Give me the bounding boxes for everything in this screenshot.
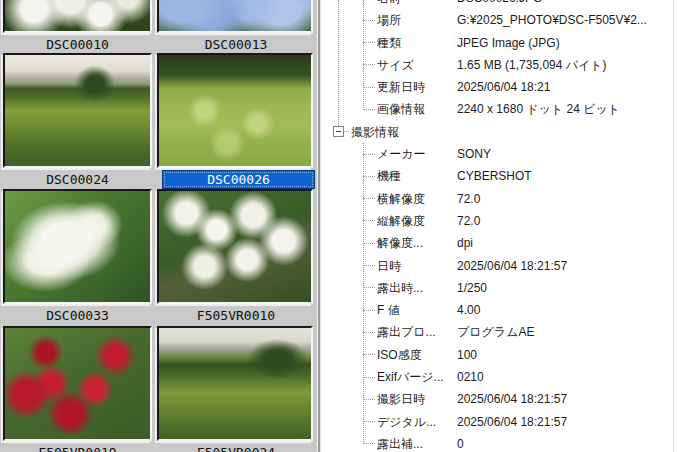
thumbnail-label: F505VR0024	[155, 443, 317, 452]
property-label: 縦解像度	[377, 210, 456, 232]
photo-frame	[157, 0, 313, 33]
photo-thumbnail	[159, 191, 311, 302]
property-row[interactable]: 露出補... 0	[321, 433, 678, 452]
property-label: 場所	[377, 9, 456, 31]
property-label: 画像情報	[377, 98, 456, 120]
property-row[interactable]: サイズ 1.65 MB (1,735,094 バイト)	[321, 54, 678, 76]
tree-connector	[363, 220, 375, 221]
property-row[interactable]: 画像情報 2240 x 1680 ドット 24 ビット	[321, 98, 678, 120]
property-row[interactable]: ISO感度 100	[321, 344, 678, 366]
property-row[interactable]: 露出プロ... プログラムAE	[321, 321, 678, 343]
collapse-minus-icon[interactable]	[333, 126, 344, 137]
property-value: 2025/06/04 18:21:57	[457, 411, 567, 433]
property-value: DSC00026.JPG	[457, 0, 542, 9]
property-row[interactable]: デジタル... 2025/06/04 18:21:57	[321, 411, 678, 433]
property-value: 2025/06/04 18:21:57	[457, 255, 567, 277]
photo-frame	[3, 326, 152, 441]
property-label: サイズ	[377, 54, 456, 76]
property-value: CYBERSHOT	[457, 165, 532, 187]
thumbnail-label: F505VR0010	[155, 306, 317, 325]
property-value: 72.0	[457, 210, 480, 232]
photo-thumbnail	[159, 328, 311, 439]
thumbnail-label: DSC00013	[155, 35, 317, 54]
tree-connector	[363, 176, 375, 177]
tree-connector	[363, 265, 375, 266]
tree-connector	[363, 198, 375, 199]
property-label: 名前	[377, 0, 456, 9]
photo-frame	[3, 0, 152, 33]
property-row[interactable]: 日時 2025/06/04 18:21:57	[321, 255, 678, 277]
property-label: 解像度...	[377, 232, 456, 254]
property-label: ISO感度	[377, 344, 456, 366]
tree-connector	[363, 377, 375, 378]
property-label: デジタル...	[377, 411, 456, 433]
thumbnail-label: DSC00010	[0, 35, 155, 54]
photo-thumbnail	[159, 55, 311, 166]
property-value: 2025/06/04 18:21	[457, 76, 550, 98]
tree-connector	[363, 87, 375, 88]
photo-frame	[3, 53, 152, 168]
section-header-label: 撮影情報	[351, 121, 399, 143]
photo-thumbnail	[5, 328, 150, 439]
photo-thumbnail	[159, 0, 311, 31]
tree-connector	[363, 332, 375, 333]
tree-connector	[363, 287, 375, 288]
property-row[interactable]: 種類 JPEG Image (JPG)	[321, 32, 678, 54]
property-label: 更新日時	[377, 76, 456, 98]
property-row[interactable]: 縦解像度 72.0	[321, 210, 678, 232]
property-row[interactable]: メーカー SONY	[321, 143, 678, 165]
properties-tree-panel[interactable]: 名前 DSC00026.JPG 場所 G:¥2025_PHOTO¥DSC-F50…	[321, 0, 678, 452]
property-row[interactable]: Exifバージ... 0210	[321, 366, 678, 388]
tree-connector	[363, 399, 375, 400]
property-value: 100	[457, 344, 477, 366]
tree-connector	[363, 109, 375, 110]
property-label: F 値	[377, 299, 456, 321]
property-row[interactable]: 名前 DSC00026.JPG	[321, 0, 678, 9]
property-label: メーカー	[377, 143, 456, 165]
photo-frame	[3, 189, 152, 304]
property-value: dpi	[457, 232, 473, 254]
tree-connector	[344, 131, 349, 132]
tree-connector	[363, 443, 375, 444]
photo-frame	[157, 189, 313, 304]
property-label: 日時	[377, 255, 456, 277]
property-value: G:¥2025_PHOTO¥DSC-F505V¥2...	[457, 9, 647, 31]
tree-connector	[363, 42, 375, 43]
property-value: 0210	[457, 366, 484, 388]
tree-connector	[363, 64, 375, 65]
tree-connector	[363, 421, 375, 422]
property-row[interactable]: 場所 G:¥2025_PHOTO¥DSC-F505V¥2...	[321, 9, 678, 31]
minus-glyph	[336, 131, 341, 132]
property-row[interactable]: 解像度... dpi	[321, 232, 678, 254]
tree-connector	[363, 310, 375, 311]
thumbnail-label: DSC00024	[0, 170, 155, 189]
exif-section-header-row[interactable]: 撮影情報	[321, 121, 678, 143]
property-row[interactable]: 横解像度 72.0	[321, 188, 678, 210]
property-value: 72.0	[457, 188, 480, 210]
property-row[interactable]: 撮影日時 2025/06/04 18:21:57	[321, 388, 678, 410]
property-value: SONY	[457, 143, 491, 165]
thumbnail-grid-panel[interactable]: DSC00010 DSC00013 DSC00024 DSC00026 DSC0	[0, 0, 317, 452]
property-value: 1.65 MB (1,735,094 バイト)	[457, 54, 607, 76]
panel-right-edge	[673, 0, 674, 452]
thumbnail-label-selected: DSC00026	[162, 170, 315, 189]
property-value: プログラムAE	[457, 321, 534, 343]
property-label: 露出補...	[377, 433, 456, 452]
thumbnail-label: F505VR0019	[0, 443, 155, 452]
property-row[interactable]: 更新日時 2025/06/04 18:21	[321, 76, 678, 98]
property-value: 2240 x 1680 ドット 24 ビット	[457, 98, 620, 120]
property-row[interactable]: 機種 CYBERSHOT	[321, 165, 678, 187]
property-label: 横解像度	[377, 188, 456, 210]
property-value: JPEG Image (JPG)	[457, 32, 560, 54]
photo-thumbnail	[5, 191, 150, 302]
property-value: 2025/06/04 18:21:57	[457, 388, 567, 410]
tree-connector	[363, 154, 375, 155]
property-label: 撮影日時	[377, 388, 456, 410]
property-row[interactable]: F 値 4.00	[321, 299, 678, 321]
tree-connector	[363, 20, 375, 21]
property-value: 1/250	[457, 277, 487, 299]
property-row[interactable]: 露出時... 1/250	[321, 277, 678, 299]
photo-thumbnail	[5, 55, 150, 166]
property-value: 4.00	[457, 299, 480, 321]
tree-connector	[363, 243, 375, 244]
